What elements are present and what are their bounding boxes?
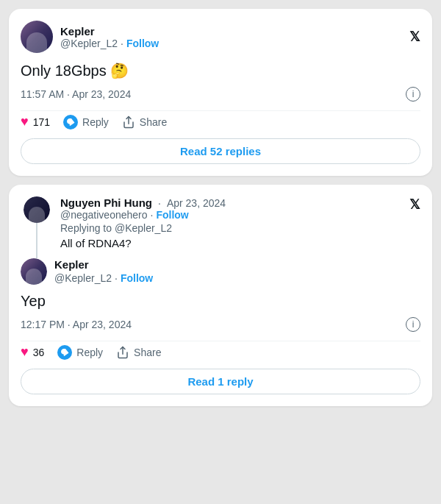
tweet-text-1: Only 18Gbps 🤔	[21, 60, 420, 81]
card2-user-info: Kepler @Kepler_L2 · Follow	[54, 258, 420, 284]
like-button-2[interactable]: ♥ 36	[21, 344, 44, 360]
share-button-2[interactable]: Share	[116, 346, 161, 359]
avatar-kepler-2[interactable]	[21, 258, 47, 285]
share-icon-1	[122, 116, 135, 129]
actions-1: ♥ 171 Reply Share	[21, 110, 420, 129]
like-button-1[interactable]: ♥ 171	[21, 114, 50, 129]
info-icon-2[interactable]: i	[406, 317, 420, 332]
thread-tweet-text: All of RDNA4?	[60, 237, 226, 249]
card2-main: Kepler @Kepler_L2 · Follow	[21, 258, 420, 285]
share-icon-2	[116, 346, 129, 359]
heart-icon-1: ♥	[21, 114, 29, 129]
reply-label-2: Reply	[76, 347, 103, 358]
thread-date: ·	[158, 197, 161, 209]
thread-line	[36, 223, 37, 258]
like-count-2: 36	[33, 347, 45, 358]
avatar-thread[interactable]	[24, 196, 50, 223]
actions-2: ♥ 36 Reply Share	[21, 341, 420, 360]
reply-icon-2	[57, 345, 72, 360]
follow-button-1[interactable]: Follow	[126, 38, 159, 49]
user-handle: @Kepler_L2	[60, 38, 118, 49]
user-info: Kepler @Kepler_L2 · Follow	[60, 25, 159, 49]
tweet-timestamp-2: 12:17 PM · Apr 23, 2024 i	[21, 317, 420, 332]
like-count-1: 171	[33, 116, 50, 128]
share-label-2: Share	[134, 347, 161, 358]
reply-button-1[interactable]: Reply	[63, 115, 109, 129]
x-platform-icon-2[interactable]: 𝕏	[409, 196, 420, 213]
card2-user-name: Kepler	[54, 258, 89, 271]
card2-user-handle: @Kepler_L2	[54, 272, 112, 284]
card2-user-row: Kepler	[54, 258, 420, 271]
tweet-card-1: Kepler @Kepler_L2 · Follow 𝕏 Only 18Gbps…	[9, 9, 432, 176]
thread-user-name: Nguyen Phi Hung	[60, 196, 152, 209]
tweet-card-2: Nguyen Phi Hung · Apr 23, 2024 @negative…	[9, 185, 432, 406]
user-name: Kepler	[60, 25, 159, 38]
reply-button-2[interactable]: Reply	[57, 345, 103, 360]
thread-line-container	[21, 196, 53, 258]
share-button-1[interactable]: Share	[122, 116, 167, 129]
thread-date-val: Apr 23, 2024	[167, 197, 226, 209]
follow-button-2[interactable]: Follow	[121, 272, 153, 284]
thread-user-info: Nguyen Phi Hung · Apr 23, 2024 @negative…	[60, 196, 226, 252]
heart-icon-2: ♥	[21, 344, 29, 360]
thread-item: Nguyen Phi Hung · Apr 23, 2024 @negative…	[21, 196, 420, 258]
thread-user-row: Nguyen Phi Hung · Apr 23, 2024 @negative…	[60, 196, 420, 252]
follow-button-thread[interactable]: Follow	[156, 209, 188, 221]
x-platform-icon[interactable]: 𝕏	[409, 29, 420, 45]
read-replies-button-1[interactable]: Read 52 replies	[21, 138, 420, 164]
card1-header: Kepler @Kepler_L2 · Follow 𝕏	[21, 21, 420, 53]
reply-icon-1	[63, 115, 78, 129]
tweet-text-2: Yep	[21, 291, 420, 311]
thread-content: Nguyen Phi Hung · Apr 23, 2024 @negative…	[60, 196, 420, 258]
thread-user-handle: @negativeonehero	[60, 209, 148, 221]
info-icon-1[interactable]: i	[406, 87, 420, 102]
card1-user: Kepler @Kepler_L2 · Follow	[21, 21, 159, 53]
read-replies-button-2[interactable]: Read 1 reply	[21, 369, 420, 394]
share-label-1: Share	[140, 116, 167, 128]
replying-to: Replying to @Kepler_L2	[60, 222, 226, 234]
reply-label-1: Reply	[82, 116, 109, 128]
avatar[interactable]	[21, 21, 53, 53]
tweet-timestamp-1: 11:57 AM · Apr 23, 2024 i	[21, 87, 420, 102]
